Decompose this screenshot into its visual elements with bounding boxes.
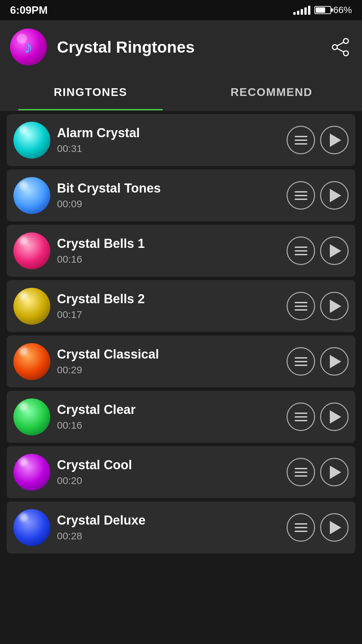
tab-bar: RINGTONES RECOMMEND bbox=[0, 74, 362, 111]
play-icon bbox=[330, 466, 341, 479]
list-item: Bit Crystal Tones 00:09 bbox=[7, 169, 355, 221]
ringtone-duration: 00:09 bbox=[57, 198, 280, 210]
tab-recommend[interactable]: RECOMMEND bbox=[181, 74, 362, 110]
music-note-icon: ♪ bbox=[24, 37, 33, 57]
battery-icon bbox=[314, 6, 331, 14]
ringtone-info: Crystal Bells 1 00:16 bbox=[57, 236, 280, 265]
play-button[interactable] bbox=[320, 347, 349, 376]
ringtone-orb bbox=[13, 343, 50, 380]
ringtone-name: Crystal Cool bbox=[57, 458, 280, 472]
play-icon bbox=[330, 521, 341, 534]
ringtone-orb bbox=[13, 509, 50, 546]
ringtone-duration: 00:16 bbox=[57, 420, 280, 431]
status-time: 6:09PM bbox=[10, 4, 48, 16]
ringtone-duration: 00:16 bbox=[57, 254, 280, 265]
menu-icon bbox=[295, 191, 307, 200]
ringtone-name: Bit Crystal Tones bbox=[57, 181, 280, 196]
play-button[interactable] bbox=[320, 402, 349, 431]
play-button[interactable] bbox=[320, 292, 349, 320]
ringtone-info: Crystal Bells 2 00:17 bbox=[57, 292, 280, 320]
menu-button[interactable] bbox=[287, 458, 315, 486]
ringtone-actions bbox=[287, 402, 349, 431]
menu-icon bbox=[295, 413, 307, 421]
status-bar: 6:09PM 66% bbox=[0, 0, 362, 20]
battery-percent: 66% bbox=[333, 5, 352, 15]
menu-button[interactable] bbox=[287, 513, 315, 542]
menu-button[interactable] bbox=[287, 181, 315, 210]
ringtone-duration: 00:28 bbox=[57, 530, 280, 542]
ringtone-duration: 00:20 bbox=[57, 475, 280, 486]
svg-point-2 bbox=[332, 45, 337, 50]
ringtone-actions bbox=[287, 126, 349, 154]
play-icon bbox=[330, 244, 341, 258]
status-icons: 66% bbox=[293, 5, 352, 15]
ringtone-orb bbox=[13, 288, 50, 325]
svg-point-1 bbox=[343, 51, 348, 56]
share-icon bbox=[331, 38, 350, 56]
ringtone-actions bbox=[287, 513, 349, 542]
play-button[interactable] bbox=[320, 236, 349, 265]
share-button[interactable] bbox=[328, 35, 352, 59]
tab-ringtones[interactable]: RINGTONES bbox=[0, 74, 181, 110]
list-item: Crystal Bells 2 00:17 bbox=[7, 280, 355, 332]
ringtone-actions bbox=[287, 292, 349, 320]
menu-icon bbox=[295, 302, 307, 311]
play-icon bbox=[330, 300, 341, 313]
list-item: Crystal Deluxe 00:28 bbox=[7, 501, 355, 553]
app-logo: ♪ bbox=[10, 29, 47, 65]
menu-icon bbox=[295, 468, 307, 477]
menu-button[interactable] bbox=[287, 347, 315, 376]
ringtone-list: Alarm Crystal 00:31 bbox=[0, 114, 362, 553]
play-icon bbox=[330, 133, 341, 147]
menu-button[interactable] bbox=[287, 292, 315, 320]
list-item: Crystal Classical 00:29 bbox=[7, 335, 355, 387]
menu-icon bbox=[295, 357, 307, 366]
play-button[interactable] bbox=[320, 126, 349, 154]
ringtone-info: Crystal Deluxe 00:28 bbox=[57, 513, 280, 542]
ringtone-info: Crystal Classical 00:29 bbox=[57, 347, 280, 376]
ringtone-name: Crystal Deluxe bbox=[57, 513, 280, 528]
menu-button[interactable] bbox=[287, 126, 315, 154]
play-icon bbox=[330, 189, 341, 202]
ringtone-name: Crystal Bells 1 bbox=[57, 236, 280, 251]
app-header: ♪ Crystal Ringtones bbox=[0, 20, 362, 74]
svg-point-0 bbox=[343, 38, 348, 43]
play-button[interactable] bbox=[320, 181, 349, 210]
menu-button[interactable] bbox=[287, 236, 315, 265]
ringtone-name: Crystal Bells 2 bbox=[57, 292, 280, 306]
ringtone-info: Crystal Clear 00:16 bbox=[57, 402, 280, 431]
list-item: Crystal Bells 1 00:16 bbox=[7, 225, 355, 277]
ringtone-orb bbox=[13, 177, 50, 214]
signal-icon bbox=[293, 5, 310, 15]
ringtone-actions bbox=[287, 181, 349, 210]
svg-line-4 bbox=[337, 48, 344, 52]
menu-button[interactable] bbox=[287, 402, 315, 431]
app-title: Crystal Ringtones bbox=[57, 38, 318, 56]
ringtone-duration: 00:29 bbox=[57, 364, 280, 376]
list-item: Crystal Clear 00:16 bbox=[7, 391, 355, 443]
ringtone-info: Crystal Cool 00:20 bbox=[57, 458, 280, 486]
ringtone-name: Crystal Clear bbox=[57, 402, 280, 417]
ringtone-actions bbox=[287, 458, 349, 486]
menu-icon bbox=[295, 247, 307, 255]
play-button[interactable] bbox=[320, 513, 349, 542]
list-item: Alarm Crystal 00:31 bbox=[7, 114, 355, 166]
menu-icon bbox=[295, 136, 307, 145]
play-button[interactable] bbox=[320, 458, 349, 486]
ringtone-actions bbox=[287, 347, 349, 376]
ringtone-duration: 00:31 bbox=[57, 143, 280, 154]
ringtone-name: Crystal Classical bbox=[57, 347, 280, 362]
svg-line-3 bbox=[337, 42, 344, 46]
ringtone-orb bbox=[13, 232, 50, 269]
list-item: Crystal Cool 00:20 bbox=[7, 446, 355, 498]
ringtone-info: Alarm Crystal 00:31 bbox=[57, 126, 280, 154]
battery-indicator: 66% bbox=[314, 5, 352, 15]
ringtone-orb bbox=[13, 122, 50, 159]
play-icon bbox=[330, 355, 341, 368]
ringtone-name: Alarm Crystal bbox=[57, 126, 280, 140]
ringtone-orb bbox=[13, 454, 50, 491]
ringtone-orb bbox=[13, 398, 50, 435]
ringtone-duration: 00:17 bbox=[57, 309, 280, 320]
ringtone-info: Bit Crystal Tones 00:09 bbox=[57, 181, 280, 210]
menu-icon bbox=[295, 523, 307, 532]
